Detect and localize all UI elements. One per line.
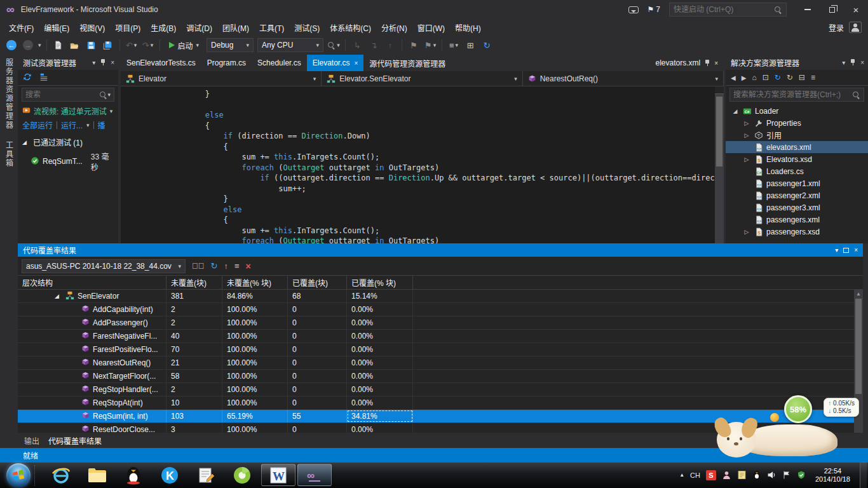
document-tab[interactable]: SenElevatorTests.cs: [121, 55, 201, 71]
menu-item-调试D[interactable]: 调试(D): [181, 20, 217, 36]
step-into-icon[interactable]: ↳: [351, 38, 363, 52]
menu-item-编辑E[interactable]: 编辑(E): [39, 20, 74, 36]
document-tab[interactable]: Program.cs: [201, 55, 252, 71]
feedback-icon[interactable]: [628, 6, 639, 13]
tree-item-Loaders.cs[interactable]: C#Loaders.cs: [726, 165, 868, 177]
show-desktop-button[interactable]: [860, 462, 867, 488]
menu-item-视图V[interactable]: 视图(V): [74, 20, 110, 36]
taskbar-explorer-icon[interactable]: [79, 463, 115, 488]
start-button[interactable]: [6, 463, 31, 487]
misc-tool2-icon[interactable]: ↻: [480, 38, 493, 52]
nav-dropdown-1[interactable]: Elevator.SenElevator▾: [322, 71, 522, 86]
bookmark-icon[interactable]: ⚑: [407, 38, 420, 52]
menu-item-分析N[interactable]: 分析(N): [376, 20, 412, 36]
taskbar-visual-studio-button[interactable]: ∞: [296, 463, 332, 488]
collapse-all-icon[interactable]: ⊟: [799, 73, 805, 82]
scope-icon[interactable]: ⊡: [763, 73, 769, 82]
coverage-row-NextTargetFloor(...[interactable]: NextTargetFloor(...58100.00%00.00%: [18, 370, 863, 383]
pin-icon[interactable]: [100, 58, 105, 66]
notifications-button[interactable]: ⚑ 7: [648, 5, 660, 14]
test-search-input[interactable]: [25, 90, 99, 99]
find-icon[interactable]: ▾: [327, 38, 340, 52]
column-header-2[interactable]: 未覆盖(% 块): [222, 276, 288, 289]
tray-notes-icon[interactable]: [737, 470, 747, 480]
document-outline-icon[interactable]: ≡▾: [447, 38, 460, 52]
desktop-pet[interactable]: [717, 416, 841, 458]
minimize-button[interactable]: [796, 0, 820, 19]
scrollbar-thumb[interactable]: [716, 97, 722, 166]
tree-item-Elevators.xsd[interactable]: ▷SElevators.xsd: [726, 153, 868, 165]
taskbar-ie-icon[interactable]: [43, 463, 79, 488]
language-indicator[interactable]: CH: [690, 471, 700, 479]
pin-icon[interactable]: [705, 59, 710, 67]
bottom-tab-输出[interactable]: 输出: [24, 435, 39, 446]
stream-video-row[interactable]: 流视频: 通过单元测试 ▾: [18, 104, 118, 118]
document-tab[interactable]: 源代码管理资源管理器: [363, 55, 451, 71]
nav-dropdown-0[interactable]: Elevator▾: [121, 71, 322, 86]
ime-icon[interactable]: S: [706, 470, 716, 480]
quick-launch-input[interactable]: [674, 5, 774, 14]
tree-item-passengers.xml[interactable]: <>passengers.xml: [726, 214, 868, 226]
expander-icon[interactable]: ▷: [742, 229, 751, 235]
pin-icon[interactable]: [850, 58, 855, 66]
test-link-2[interactable]: 播: [98, 119, 105, 130]
rail-tab-工具箱[interactable]: 工具箱: [4, 141, 15, 168]
editor-scrollbar[interactable]: [715, 86, 724, 243]
expander-icon[interactable]: ◢: [22, 139, 30, 146]
import-results-icon[interactable]: ↻: [211, 261, 218, 271]
sync-selection-icon[interactable]: ↻: [775, 73, 781, 82]
redo-icon[interactable]: ↷▾: [142, 38, 154, 52]
document-tab[interactable]: Elevator.cs×: [307, 55, 364, 71]
close-panel-icon[interactable]: ×: [860, 59, 864, 66]
nav-dropdown-2[interactable]: NearestOutReq()▾: [523, 71, 724, 86]
show-hidden-icons-button[interactable]: ▲: [679, 472, 684, 478]
column-header-3[interactable]: 已覆盖(块): [288, 276, 347, 289]
window-position-icon[interactable]: ▾: [92, 59, 95, 66]
tray-volume-icon[interactable]: [767, 470, 776, 480]
test-explorer-title-bar[interactable]: 测试资源管理器 ▾ ×: [18, 55, 118, 70]
column-header-0[interactable]: 层次结构: [18, 276, 166, 289]
menu-item-体系结构C[interactable]: 体系结构(C): [325, 20, 376, 36]
coverage-row-AddCapability(int)[interactable]: AddCapability(int)2100.00%00.00%: [18, 303, 863, 316]
navigate-back-icon[interactable]: ←: [5, 38, 18, 52]
test-link-1[interactable]: 运行...: [61, 119, 83, 130]
quick-launch-box[interactable]: [669, 3, 787, 17]
menu-item-窗口W[interactable]: 窗口(W): [412, 20, 450, 36]
scrollbar-thumb[interactable]: [855, 299, 862, 394]
taskbar-qq-icon[interactable]: [115, 463, 151, 488]
expander-icon[interactable]: ▷: [742, 132, 751, 139]
run-tests-sync-icon[interactable]: [23, 72, 32, 83]
step-out-icon[interactable]: ↑: [384, 38, 397, 52]
preview-tab[interactable]: elevators.xml×: [649, 55, 724, 71]
taskbar-clock[interactable]: 22:54 2014/10/18: [815, 467, 850, 484]
tree-item-passengers.xsd[interactable]: ▷Spassengers.xsd: [726, 226, 868, 238]
tree-item-elevators.xml[interactable]: <>elevators.xml: [726, 141, 868, 153]
tray-action-center-icon[interactable]: [782, 470, 791, 480]
menu-item-测试S[interactable]: 测试(S): [289, 20, 325, 36]
group-by-icon[interactable]: [39, 72, 48, 83]
solution-search-input[interactable]: [733, 90, 852, 99]
refresh-icon[interactable]: ↻: [787, 73, 793, 82]
restore-button[interactable]: [820, 0, 844, 19]
dropdown-icon[interactable]: ▾: [86, 122, 90, 128]
close-panel-icon[interactable]: ×: [111, 59, 114, 66]
navigate-forward-icon[interactable]: →: [22, 38, 34, 52]
taskbar-notes-icon[interactable]: [187, 463, 224, 488]
show-coverage-coloring-icon[interactable]: ▶⃞: [192, 261, 205, 271]
user-avatar-icon[interactable]: [849, 22, 862, 33]
document-tab[interactable]: Scheduler.cs: [252, 55, 307, 71]
menu-item-生成B[interactable]: 生成(B): [146, 20, 181, 36]
test-search-box[interactable]: ▾: [22, 88, 114, 102]
tray-user-icon[interactable]: [722, 470, 731, 480]
home-icon[interactable]: ⌂: [752, 73, 756, 82]
coverage-row-NearestOutReq()[interactable]: NearestOutReq()21100.00%00.00%: [18, 356, 863, 370]
step-over-icon[interactable]: ↴: [367, 38, 380, 52]
show-all-files-icon[interactable]: ≡: [811, 73, 815, 82]
tray-qq-icon[interactable]: [752, 470, 761, 480]
view-options-icon[interactable]: ≡: [234, 261, 240, 271]
open-file-icon[interactable]: [69, 38, 81, 52]
coverage-file-select[interactable]: asus_ASUS-PC 2014-10-18 22_38_44.cov ▾: [22, 259, 186, 273]
taskbar-green-app-icon[interactable]: [224, 463, 260, 488]
expander-icon[interactable]: ◢: [55, 293, 62, 299]
close-panel-icon[interactable]: ×: [854, 247, 858, 254]
